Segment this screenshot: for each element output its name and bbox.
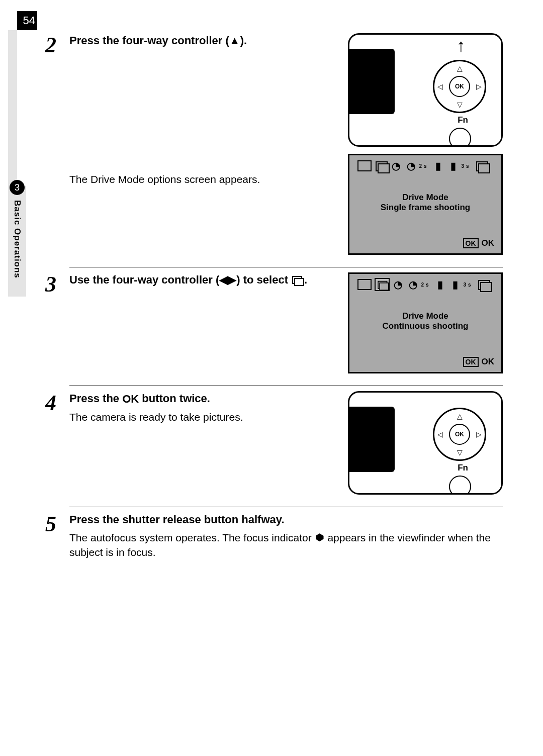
step-number: 5 — [45, 512, 69, 564]
lcd-screen-2: ◔ ◔2s ▮ ▮3s Drive Mode Continuous shooti… — [348, 272, 503, 373]
fn-label: Fn — [458, 115, 468, 125]
ok-center-button: OK — [449, 76, 470, 97]
step-number: 3 — [45, 272, 69, 381]
remote-icon: ▮ — [433, 159, 445, 172]
step-body-text: The autofocus system operates. The focus… — [69, 530, 503, 560]
camera-lcd-shape — [348, 49, 395, 114]
up-triangle-icon: △ — [457, 64, 463, 72]
step-number: 4 — [45, 391, 69, 502]
timer-2s-icon: ◔ — [408, 278, 420, 291]
fn-circle — [449, 128, 471, 147]
bracket-icon — [477, 279, 490, 290]
page-number-value: 54 — [23, 14, 35, 27]
lcd-ok-hint: OK OK — [463, 357, 495, 367]
margin-tab-top — [8, 30, 17, 196]
single-frame-icon — [357, 160, 372, 171]
down-triangle-icon: ▽ — [457, 448, 463, 456]
lcd-subtitle: Continuous shooting — [349, 321, 501, 331]
step-heading: Press the shutter release button halfway… — [69, 512, 503, 527]
step-heading: Press the four-way controller (▲). — [69, 33, 340, 48]
step-body-text: The camera is ready to take pictures. — [69, 410, 340, 424]
up-arrow-icon: ↑ — [457, 37, 466, 55]
lcd-title: Drive Mode — [349, 311, 501, 321]
step-2: 2 Press the four-way controller (▲). The… — [45, 33, 503, 262]
continuous-icon — [375, 160, 388, 171]
right-triangle-icon: ▷ — [476, 82, 482, 90]
ok-frame-icon: OK — [463, 238, 479, 248]
camera-lcd-shape — [348, 407, 395, 472]
single-frame-icon — [357, 279, 372, 290]
ok-label: OK — [482, 357, 495, 367]
timer-icon: ◔ — [393, 278, 405, 291]
step-number: 2 — [45, 33, 69, 262]
fn-circle — [449, 476, 471, 495]
down-triangle-icon: ▽ — [457, 101, 463, 109]
section-label: Basic Operations — [12, 200, 22, 278]
controller-wheel: △ ▽ ◁ ▷ OK — [433, 408, 486, 461]
step-4: 4 Press the OK button twice. The camera … — [45, 391, 503, 502]
page-number: 54 — [17, 11, 37, 30]
ok-center-button: OK — [449, 424, 470, 445]
right-triangle-icon: ▷ — [476, 430, 482, 438]
focus-indicator-icon — [316, 533, 324, 541]
step-5: 5 Press the shutter release button halfw… — [45, 512, 503, 564]
lcd-ok-hint: OK OK — [463, 238, 495, 248]
step-heading: Press the OK button twice. — [69, 391, 340, 407]
remote-3s-icon: ▮ — [450, 278, 462, 291]
timer-icon: ◔ — [391, 159, 403, 172]
camera-back-illustration: △ ▽ ◁ ▷ OK Fn — [348, 391, 503, 495]
continuous-icon-inline — [292, 276, 303, 285]
lcd-title: Drive Mode — [349, 193, 501, 203]
lcd-subtitle: Single frame shooting — [349, 203, 501, 213]
divider — [69, 267, 503, 267]
fn-label: Fn — [458, 463, 468, 473]
camera-back-illustration: ↑ △ ▽ ◁ ▷ OK Fn — [348, 33, 503, 147]
left-triangle-icon: ◁ — [437, 430, 443, 438]
divider — [69, 507, 503, 507]
up-triangle-icon: △ — [457, 412, 463, 420]
timer-2s-icon: ◔ — [406, 159, 418, 172]
chapter-badge: 3 — [10, 180, 25, 195]
continuous-icon-selected — [375, 278, 390, 291]
chapter-number: 3 — [15, 182, 20, 193]
manual-page: 54 3 Basic Operations 2 Press the four-w… — [0, 0, 543, 756]
drive-mode-icons: ◔ ◔2s ▮ ▮3s — [357, 278, 493, 291]
ok-inline-icon: OK — [122, 392, 139, 407]
content-column: 2 Press the four-way controller (▲). The… — [45, 0, 503, 564]
bracket-icon — [475, 160, 488, 171]
drive-mode-icons: ◔ ◔2s ▮ ▮3s — [357, 159, 493, 172]
lcd-screen-1: ◔ ◔2s ▮ ▮3s Drive Mode Single frame shoo… — [348, 154, 503, 255]
step-heading: Use the four-way controller (◀▶) to sele… — [69, 272, 340, 288]
left-triangle-icon: ◁ — [437, 82, 443, 90]
step-body-text: The Drive Mode options screen appears. — [69, 172, 340, 186]
divider — [69, 386, 503, 386]
step-3: 3 Use the four-way controller (◀▶) to se… — [45, 272, 503, 381]
remote-3s-icon: ▮ — [448, 159, 460, 172]
ok-label: OK — [482, 238, 495, 248]
ok-frame-icon: OK — [463, 357, 479, 367]
controller-wheel: △ ▽ ◁ ▷ OK — [433, 60, 486, 113]
remote-icon: ▮ — [435, 278, 447, 291]
